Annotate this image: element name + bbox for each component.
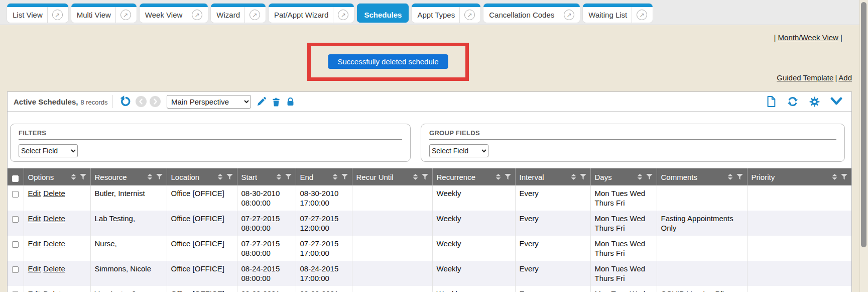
add-link[interactable]: Add: [838, 73, 852, 82]
sort-icon[interactable]: [71, 174, 76, 180]
delete-link[interactable]: Delete: [43, 239, 65, 248]
open-in-window-icon[interactable]: ↗: [52, 10, 63, 20]
delete-link[interactable]: Delete: [43, 214, 65, 223]
tab-multi-view[interactable]: Multi View↗: [71, 4, 137, 23]
open-in-window-icon[interactable]: ↗: [464, 10, 475, 20]
row-select-cell: [8, 185, 24, 211]
recurrence-cell: Weekly: [432, 261, 515, 286]
column-header-location: Location: [167, 168, 237, 185]
tab-divider: [559, 7, 559, 23]
column-label: Recur Until: [356, 173, 394, 181]
open-in-window-icon[interactable]: ↗: [637, 10, 647, 20]
sort-icon[interactable]: [276, 174, 282, 180]
recur-until-cell: [352, 236, 432, 261]
filters-field-select[interactable]: Select Field: [19, 144, 78, 157]
tab-stripe: [357, 4, 409, 7]
sort-icon[interactable]: [727, 174, 733, 180]
sort-icon[interactable]: [147, 174, 153, 180]
pencil-icon[interactable]: [256, 96, 267, 107]
sort-icon[interactable]: [637, 174, 643, 180]
row-checkbox[interactable]: [12, 266, 19, 273]
edit-link[interactable]: Edit: [28, 289, 41, 292]
tab-cancellation-codes[interactable]: Cancellation Codes↗: [483, 4, 580, 23]
trash-icon[interactable]: [271, 96, 281, 107]
month-week-view-link[interactable]: Month/Week View: [778, 33, 838, 42]
chevron-down-icon[interactable]: [830, 97, 842, 106]
filter-funnel-icon[interactable]: [80, 174, 86, 180]
tab-body: Multi View↗: [71, 7, 137, 23]
interval-cell: Every: [515, 236, 590, 261]
end-cell: 07-27-2015 12:00:00: [296, 211, 352, 236]
filter-funnel-icon[interactable]: [226, 174, 233, 180]
tab-pat-appt-wizard[interactable]: Pat/Appt Wizard↗: [269, 4, 354, 23]
row-checkbox[interactable]: [12, 191, 19, 198]
edit-link[interactable]: Edit: [28, 189, 41, 198]
filter-funnel-icon[interactable]: [156, 174, 163, 180]
tab-list-view[interactable]: List View↗: [7, 4, 68, 23]
location-cell: Office [OFFICE]: [167, 261, 237, 286]
tab-body: List View↗: [7, 7, 68, 23]
sort-icon[interactable]: [217, 174, 223, 180]
filter-funnel-icon[interactable]: [646, 174, 653, 180]
open-in-window-icon[interactable]: ↗: [120, 10, 131, 20]
group-fields-field-select[interactable]: Select Field: [429, 144, 488, 157]
delete-link[interactable]: Delete: [43, 264, 65, 273]
row-checkbox[interactable]: [12, 216, 19, 223]
select-all-checkbox[interactable]: [12, 175, 19, 182]
tab-label: Waiting List: [588, 11, 627, 19]
edit-link[interactable]: Edit: [28, 239, 41, 248]
perspective-select[interactable]: Main Perspective: [167, 95, 251, 109]
tab-schedules[interactable]: Schedules: [357, 4, 409, 23]
column-header-end: End: [296, 168, 352, 185]
row-checkbox[interactable]: [12, 241, 19, 248]
tab-appt-types[interactable]: Appt Types↗: [412, 4, 480, 23]
start-cell: 08-30-2010 08:00:00: [237, 185, 296, 211]
filter-funnel-icon[interactable]: [505, 174, 511, 180]
filter-funnel-icon[interactable]: [580, 174, 586, 180]
edit-link[interactable]: Edit: [28, 214, 41, 223]
group-fields-box: GROUP FIELDS Select Field: [421, 124, 845, 162]
lock-icon[interactable]: [286, 96, 295, 107]
delete-link[interactable]: Delete: [43, 189, 65, 198]
open-in-window-icon[interactable]: ↗: [338, 10, 348, 20]
sort-icon[interactable]: [332, 174, 338, 180]
open-in-window-icon[interactable]: ↗: [250, 10, 260, 20]
tab-week-view[interactable]: Week View↗: [140, 4, 208, 23]
tab-stripe: [71, 4, 137, 7]
comments-cell: [657, 185, 747, 211]
vertical-scrollbar-track[interactable]: [859, 0, 868, 292]
open-in-window-icon[interactable]: ↗: [192, 10, 202, 20]
filter-funnel-icon[interactable]: [285, 174, 292, 180]
schedules-table: OptionsResourceLocationStartEndRecur Unt…: [8, 168, 852, 292]
filter-funnel-icon[interactable]: [422, 174, 428, 180]
tab-waiting-list[interactable]: Waiting List↗: [583, 4, 653, 23]
open-in-window-icon[interactable]: ↗: [564, 10, 574, 20]
guided-template-link[interactable]: Guided Template: [777, 73, 833, 82]
interval-cell: Every: [515, 286, 590, 292]
refresh-icon[interactable]: [787, 95, 799, 108]
gear-icon[interactable]: [809, 96, 820, 108]
prev-icon[interactable]: [136, 96, 147, 107]
sort-icon[interactable]: [495, 174, 501, 180]
tab-body: Schedules: [357, 7, 409, 23]
filter-funnel-icon[interactable]: [341, 174, 348, 180]
success-toast-button[interactable]: Successfully deleted schedule: [328, 54, 448, 69]
sort-icon[interactable]: [832, 174, 837, 180]
sort-icon[interactable]: [571, 174, 576, 180]
column-header-recurrence: Recurrence: [432, 168, 515, 185]
delete-link[interactable]: Delete: [43, 289, 65, 292]
tab-divider: [244, 7, 245, 23]
sort-icon[interactable]: [413, 174, 418, 180]
tab-wizard[interactable]: Wizard↗: [211, 4, 266, 23]
priority-cell: [747, 286, 851, 292]
edit-link[interactable]: Edit: [28, 264, 41, 273]
undo-icon[interactable]: [119, 95, 133, 108]
next-icon[interactable]: [150, 96, 161, 107]
toolbar-divider: [112, 95, 112, 108]
vertical-scrollbar-thumb[interactable]: [861, 2, 866, 247]
filter-funnel-icon[interactable]: [736, 174, 743, 180]
new-document-icon[interactable]: [766, 95, 777, 108]
column-header-priority: Priority: [747, 168, 851, 185]
priority-cell: [747, 211, 851, 236]
filter-funnel-icon[interactable]: [841, 174, 847, 180]
